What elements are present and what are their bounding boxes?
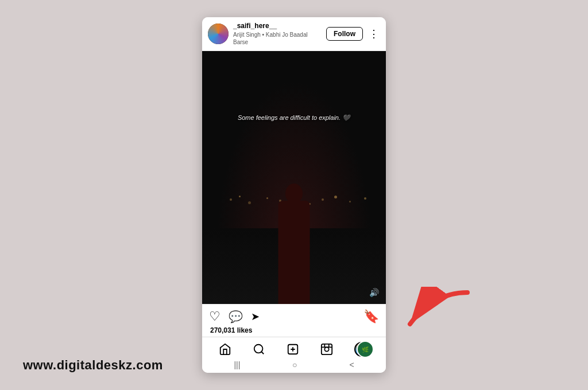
comment-button[interactable]: 💬 — [229, 310, 243, 323]
svg-line-1 — [261, 352, 264, 354]
android-nav-bar: ||| ○ < — [202, 357, 386, 370]
like-button[interactable]: ♡ — [209, 309, 220, 324]
avatar — [208, 24, 229, 44]
sound-icon[interactable]: 🔊 — [369, 288, 379, 297]
bottom-nav: 🌿 ||| ○ < — [202, 337, 386, 373]
bookmark-button[interactable]: 🔖 — [363, 309, 379, 324]
song-info: Arijit Singh • Kabhi Jo Baadal Barse — [233, 31, 322, 46]
svg-point-0 — [254, 345, 263, 353]
phone-frame: _saifi_here__ Arijit Singh • Kabhi Jo Ba… — [202, 17, 386, 373]
share-button[interactable]: ➤ — [251, 310, 260, 323]
post-header: _saifi_here__ Arijit Singh • Kabhi Jo Ba… — [202, 17, 386, 51]
nav-profile-area: 🌿 — [354, 342, 369, 357]
svg-rect-5 — [322, 344, 332, 354]
username: _saifi_here__ — [233, 22, 322, 31]
video-content[interactable]: Some feelings are difficult to explain. … — [202, 51, 386, 304]
likes-count: 270,031 likes — [209, 326, 379, 334]
user-info: _saifi_here__ Arijit Singh • Kabhi Jo Ba… — [233, 22, 322, 46]
watermark-text: www.digitaldeskz.com — [23, 358, 163, 373]
nav-search[interactable] — [253, 343, 265, 356]
video-caption: Some feelings are difficult to explain. … — [202, 114, 386, 122]
red-arrow-annotation — [399, 287, 473, 333]
follow-button[interactable]: Follow — [326, 27, 363, 41]
nav-home[interactable] — [219, 343, 231, 356]
android-home[interactable]: ○ — [292, 360, 297, 369]
video-background: Some feelings are difficult to explain. … — [202, 51, 386, 304]
action-icons-row: ♡ 💬 ➤ 🔖 — [209, 309, 379, 324]
action-bar: ♡ 💬 ➤ 🔖 270,031 likes — [202, 304, 386, 337]
nav-icons-row: 🌿 — [202, 342, 386, 357]
svg-point-6 — [324, 347, 328, 351]
nav-add[interactable] — [287, 343, 299, 356]
person-silhouette — [271, 178, 317, 304]
android-back[interactable]: < — [349, 360, 354, 369]
app-badge-icon: 🌿 — [357, 341, 374, 358]
android-menu[interactable]: ||| — [234, 360, 240, 369]
more-options-icon[interactable]: ⋮ — [368, 28, 380, 40]
nav-reels[interactable] — [320, 343, 333, 356]
